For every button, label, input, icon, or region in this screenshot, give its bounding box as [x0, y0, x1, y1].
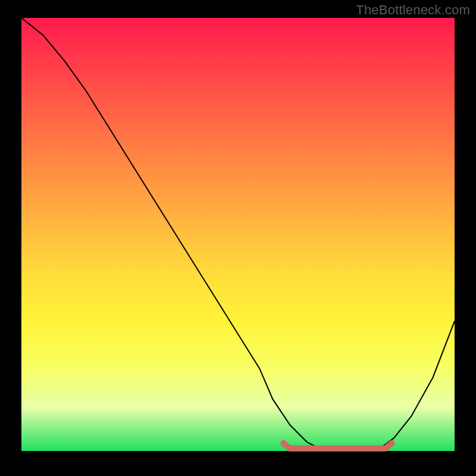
flat-region-highlight	[283, 443, 392, 449]
chart-svg	[21, 18, 455, 451]
watermark-text: TheBottleneck.com	[356, 2, 470, 18]
bottleneck-curve-line	[21, 18, 455, 451]
chart-plot-area	[21, 18, 455, 451]
